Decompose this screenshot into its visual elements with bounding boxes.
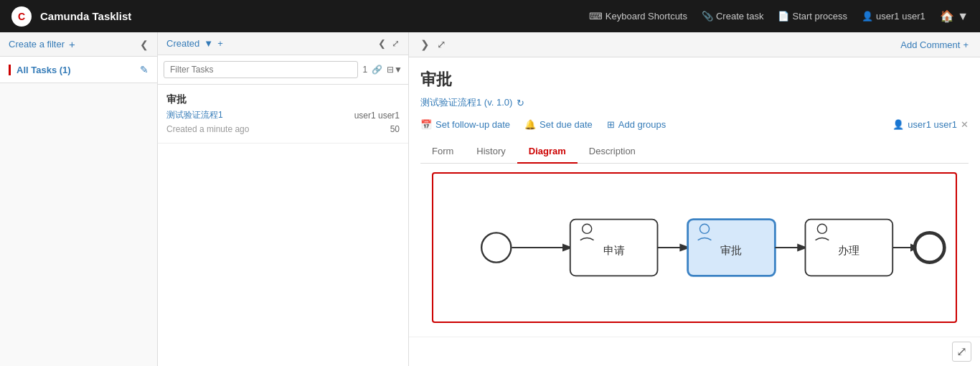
- filter-icons: 1 🔗 ⊟▼: [362, 65, 402, 75]
- tab-history[interactable]: History: [465, 140, 517, 164]
- expand-panel-icon[interactable]: ⤢: [392, 38, 400, 49]
- approve-label: 审批: [721, 244, 743, 256]
- sort-filter-icon[interactable]: ⊟▼: [387, 65, 402, 75]
- remove-assignee-button[interactable]: ✕: [961, 119, 969, 130]
- end-event: [915, 233, 944, 262]
- bell-icon: 🔔: [524, 119, 536, 130]
- task-item-title: 审批: [166, 93, 400, 106]
- link-filter-icon[interactable]: 🔗: [372, 65, 382, 75]
- file-icon: 📄: [778, 11, 789, 22]
- keyboard-icon: ⌨: [589, 11, 603, 22]
- topbar-left: ❯ ⤢: [420, 38, 446, 51]
- tab-diagram[interactable]: Diagram: [517, 140, 578, 164]
- detail-actions: 📅 Set follow-up date 🔔 Set due date ⊞ Ad…: [420, 119, 969, 130]
- logo: C: [11, 6, 32, 27]
- app-title: Camunda Tasklist: [40, 10, 580, 22]
- fullscreen-icon[interactable]: ⤢: [437, 38, 446, 51]
- task-item-assignee: user1 user1: [354, 111, 400, 121]
- add-comment-plus-icon: +: [963, 39, 969, 50]
- all-tasks-filter[interactable]: All Tasks (1) ✎: [0, 57, 157, 83]
- navbar-actions: ⌨ Keyboard Shortcuts 📎 Create task 📄 Sta…: [589, 9, 969, 23]
- sort-chevron-icon: ▼: [204, 38, 213, 49]
- process-link-text: 测试验证流程1 (v. 1.0): [420, 96, 512, 109]
- follow-up-date-button[interactable]: 📅 Set follow-up date: [420, 119, 510, 130]
- move-icon[interactable]: ⤢: [952, 342, 971, 362]
- tab-form[interactable]: Form: [420, 140, 465, 164]
- apply-label: 申请: [603, 244, 625, 256]
- detail-tabs: Form History Diagram Description: [420, 140, 969, 164]
- detail-content: 审批 测试验证流程1 (v. 1.0) ↻ 📅 Set follow-up da…: [409, 57, 980, 337]
- task-list-panel: Created ▼ + ❮ ⤢ 1 🔗 ⊟▼ 审批 测试验证流程1 user1 …: [158, 32, 409, 366]
- task-item-time: Created a minute ago: [166, 124, 249, 134]
- task-list-controls: ❮ ⤢: [378, 38, 400, 49]
- create-filter-button[interactable]: Create a filter +: [9, 38, 75, 50]
- tab-description[interactable]: Description: [578, 140, 647, 164]
- add-comment-button[interactable]: Add Comment +: [900, 39, 969, 50]
- assignee-user-icon: 👤: [892, 119, 904, 130]
- task-filter-bar: 1 🔗 ⊟▼: [158, 55, 408, 85]
- navbar: C Camunda Tasklist ⌨ Keyboard Shortcuts …: [0, 0, 980, 32]
- task-item[interactable]: 审批 测试验证流程1 user1 user1 Created a minute …: [158, 85, 408, 144]
- detail-bottom-bar: ⤢: [409, 337, 980, 366]
- calendar-icon: 📅: [420, 119, 432, 130]
- home-button[interactable]: 🏠 ▼: [940, 9, 969, 23]
- left-sidebar: Create a filter + ❮ All Tasks (1) ✎: [0, 32, 158, 366]
- bpmn-diagram: 申请 审批 办理: [433, 174, 956, 322]
- task-item-bottom: Created a minute ago 50: [166, 124, 400, 134]
- refresh-icon[interactable]: ↻: [517, 98, 524, 108]
- start-process-button[interactable]: 📄 Start process: [778, 11, 847, 22]
- main-layout: Create a filter + ❮ All Tasks (1) ✎ Crea…: [0, 32, 980, 366]
- add-groups-button[interactable]: ⊞ Add groups: [607, 119, 666, 130]
- due-date-button[interactable]: 🔔 Set due date: [524, 119, 593, 130]
- assignee-display: 👤 user1 user1 ✕: [892, 119, 969, 130]
- user-menu[interactable]: 👤 user1 user1: [862, 11, 925, 22]
- task-item-meta: 测试验证流程1 user1 user1: [166, 109, 400, 121]
- sort-created-button[interactable]: Created ▼ +: [166, 38, 223, 49]
- all-tasks-label: All Tasks (1): [9, 65, 71, 75]
- sidebar-header: Create a filter + ❮: [0, 32, 157, 57]
- task-detail-title: 审批: [420, 69, 969, 90]
- add-task-plus-icon[interactable]: +: [217, 38, 223, 49]
- start-event: [481, 233, 511, 262]
- create-task-button[interactable]: 📎 Create task: [702, 11, 763, 22]
- sidebar-collapse-button[interactable]: ❮: [140, 39, 149, 50]
- filter-tasks-input[interactable]: [164, 61, 358, 78]
- detail-topbar: ❯ ⤢ Add Comment +: [409, 32, 980, 57]
- handle-label: 办理: [838, 244, 859, 256]
- task-item-process: 测试验证流程1: [166, 109, 223, 121]
- create-filter-plus-icon[interactable]: +: [69, 38, 75, 50]
- paperclip-icon: 📎: [702, 11, 713, 22]
- edit-filter-icon[interactable]: ✎: [140, 64, 149, 75]
- filter-count: 1: [362, 65, 367, 75]
- process-link[interactable]: 测试验证流程1 (v. 1.0) ↻: [420, 96, 969, 109]
- collapse-detail-icon[interactable]: ❯: [420, 38, 430, 51]
- keyboard-shortcuts-button[interactable]: ⌨ Keyboard Shortcuts: [589, 11, 687, 22]
- task-list-header: Created ▼ + ❮ ⤢: [158, 32, 408, 55]
- task-item-priority: 50: [390, 124, 400, 134]
- user-icon: 👤: [862, 11, 873, 22]
- grid-icon: ⊞: [607, 119, 615, 130]
- detail-panel: ❯ ⤢ Add Comment + 审批 测试验证流程1 (v. 1.0) ↻ …: [409, 32, 980, 366]
- diagram-area: 申请 审批 办理: [432, 172, 957, 323]
- collapse-panel-icon[interactable]: ❮: [378, 38, 386, 49]
